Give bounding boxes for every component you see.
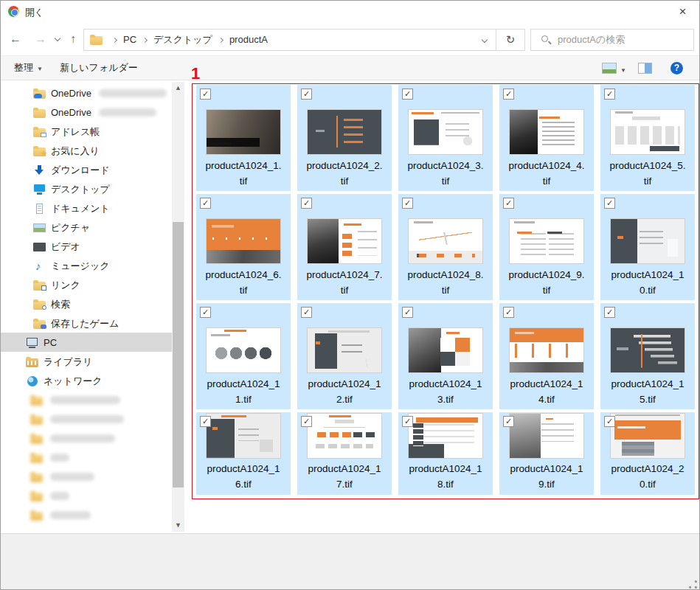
file-checkbox[interactable]: ✓ — [604, 416, 615, 427]
file-checkbox[interactable]: ✓ — [301, 88, 312, 100]
sidebar-item-address-book[interactable]: アドレス帳 — [1, 122, 185, 141]
sidebar-item-documents[interactable]: ドキュメント — [1, 198, 185, 218]
view-mode-dropdown-icon[interactable]: ▼ — [620, 67, 626, 74]
redacted-label — [50, 492, 69, 500]
redacted-label — [50, 434, 115, 442]
file-tile[interactable]: ✓productA1024_3. tif — [398, 85, 493, 191]
file-checkbox[interactable]: ✓ — [604, 198, 615, 209]
file-tile[interactable]: ✓productA1024_1 0.tif — [600, 194, 695, 300]
file-checkbox[interactable]: ✓ — [604, 88, 615, 100]
breadcrumb[interactable]: PCデスクトップproductA — [83, 29, 496, 51]
pictures-icon — [33, 223, 46, 233]
breadcrumb-path[interactable]: PCデスクトップproductA — [106, 30, 268, 50]
annotation-number-1: 1 — [191, 64, 200, 83]
file-tile[interactable]: ✓productA1024_2 0.tif — [600, 412, 695, 495]
sidebar-item-onedrive-2[interactable]: OneDrive — [1, 103, 185, 122]
file-tile[interactable]: ✓productA1024_6. tif — [196, 194, 291, 300]
sidebar-item-hidden-folder-2[interactable] — [1, 409, 185, 428]
file-thumbnail — [611, 328, 685, 372]
breadcrumb-separator-icon — [142, 38, 148, 43]
sidebar-item-pictures[interactable]: ピクチャ — [1, 218, 185, 237]
file-tile[interactable]: ✓productA1024_1 3.tif — [398, 303, 493, 409]
sidebar-item-links[interactable]: リンク — [1, 275, 185, 294]
scrollbar-thumb[interactable] — [173, 222, 184, 487]
breadcrumb-segment[interactable]: productA — [229, 34, 268, 45]
breadcrumb-segment[interactable]: PC — [123, 34, 136, 45]
file-tile[interactable]: ✓productA1024_5. tif — [600, 85, 695, 191]
resize-grip[interactable] — [689, 580, 697, 589]
breadcrumb-segment[interactable]: デスクトップ — [153, 34, 212, 45]
file-checkbox[interactable]: ✓ — [604, 307, 615, 318]
scrollbar-down-icon[interactable]: ▼ — [172, 519, 184, 532]
sidebar-item-hidden-folder-3[interactable] — [1, 428, 185, 448]
breadcrumb-dropdown-icon[interactable] — [482, 37, 488, 43]
file-tile[interactable]: ✓productA1024_7. tif — [297, 194, 392, 300]
file-checkbox[interactable]: ✓ — [200, 88, 211, 100]
file-tile[interactable]: ✓productA1024_4. tif — [499, 85, 594, 191]
sidebar-item-hidden-folder-4[interactable] — [1, 448, 185, 467]
sidebar-scrollbar[interactable]: ▲ ▼ — [172, 82, 184, 532]
sidebar-item-downloads[interactable]: ダウンロード — [1, 160, 185, 179]
back-button[interactable]: ← — [10, 32, 21, 46]
help-icon[interactable]: ? — [670, 62, 683, 74]
sidebar-item-network[interactable]: ネットワーク — [1, 371, 185, 390]
file-tile[interactable]: ✓productA1024_1. tif — [196, 85, 291, 191]
file-tile[interactable]: ✓productA1024_2. tif — [297, 85, 392, 191]
file-tile[interactable]: ✓productA1024_1 8.tif — [398, 412, 493, 495]
file-tile[interactable]: ✓productA1024_8. tif — [398, 194, 493, 300]
sidebar-item-searches[interactable]: 検索 — [1, 294, 185, 313]
new-folder-button[interactable]: 新しいフォルダー — [60, 56, 138, 80]
sidebar-item-favorites[interactable]: お気に入り — [1, 141, 185, 160]
sidebar-item-pc[interactable]: PC — [1, 333, 172, 352]
file-checkbox[interactable]: ✓ — [301, 416, 312, 427]
file-tile[interactable]: ✓productA1024_1 9.tif — [499, 412, 594, 495]
file-tile[interactable]: ✓productA1024_1 2.tif — [297, 303, 392, 409]
file-checkbox[interactable]: ✓ — [503, 198, 514, 209]
refresh-button[interactable]: ↻ — [496, 29, 525, 51]
sidebar-item-hidden-folder-5[interactable] — [1, 467, 185, 486]
folder-icon — [90, 35, 103, 45]
file-checkbox[interactable]: ✓ — [402, 88, 413, 100]
file-tile[interactable]: ✓productA1024_9. tif — [499, 194, 594, 300]
redacted-label — [50, 415, 124, 423]
file-checkbox[interactable]: ✓ — [402, 307, 413, 318]
file-checkbox[interactable]: ✓ — [402, 416, 413, 427]
sidebar-item-videos[interactable]: ビデオ — [1, 237, 185, 256]
sidebar-item-hidden-folder-6[interactable] — [1, 486, 185, 505]
file-tile[interactable]: ✓productA1024_1 1.tif — [196, 303, 291, 409]
contacts-icon — [33, 127, 46, 137]
forward-button[interactable]: → — [35, 32, 46, 46]
search-box[interactable]: productAの検索 — [530, 29, 694, 51]
sidebar-item-saved-games[interactable]: 保存したゲーム — [1, 313, 185, 333]
sidebar-item-hidden-folder-1[interactable] — [1, 390, 185, 409]
sidebar-item-onedrive-1[interactable]: OneDrive — [1, 83, 185, 103]
file-tile[interactable]: ✓productA1024_1 5.tif — [600, 303, 695, 409]
recent-locations-dropdown-icon[interactable] — [55, 35, 60, 41]
sidebar-item-desktop[interactable]: デスクトップ — [1, 179, 185, 198]
sidebar-item-hidden-folder-7[interactable] — [1, 505, 185, 524]
file-checkbox[interactable]: ✓ — [301, 198, 312, 209]
preview-pane-icon[interactable] — [638, 63, 652, 74]
file-checkbox[interactable]: ✓ — [200, 307, 211, 318]
close-button[interactable]: × — [666, 1, 699, 23]
view-mode-icon[interactable] — [602, 63, 617, 74]
up-button[interactable]: ↑ — [70, 32, 76, 46]
file-tile[interactable]: ✓productA1024_1 4.tif — [499, 303, 594, 409]
organize-button[interactable]: 整理▼ — [14, 56, 43, 80]
file-checkbox[interactable]: ✓ — [301, 307, 312, 318]
sidebar-item-music[interactable]: ミュージック — [1, 256, 185, 275]
file-checkbox[interactable]: ✓ — [402, 198, 413, 209]
redacted-label — [50, 511, 91, 519]
file-checkbox[interactable]: ✓ — [503, 416, 514, 427]
file-tile[interactable]: ✓productA1024_1 7.tif — [297, 412, 392, 495]
file-tile[interactable]: ✓productA1024_1 6.tif — [196, 412, 291, 495]
breadcrumb-separator-icon — [112, 38, 117, 43]
file-checkbox[interactable]: ✓ — [200, 416, 211, 427]
window-title: 開く — [25, 7, 44, 19]
file-checkbox[interactable]: ✓ — [200, 198, 211, 209]
file-checkbox[interactable]: ✓ — [503, 307, 514, 318]
scrollbar-up-icon[interactable]: ▲ — [172, 82, 184, 94]
sidebar-item-libraries[interactable]: ライブラリ — [1, 352, 185, 371]
file-name: productA1024_2 0.tif — [600, 461, 695, 492]
file-checkbox[interactable]: ✓ — [503, 88, 514, 100]
